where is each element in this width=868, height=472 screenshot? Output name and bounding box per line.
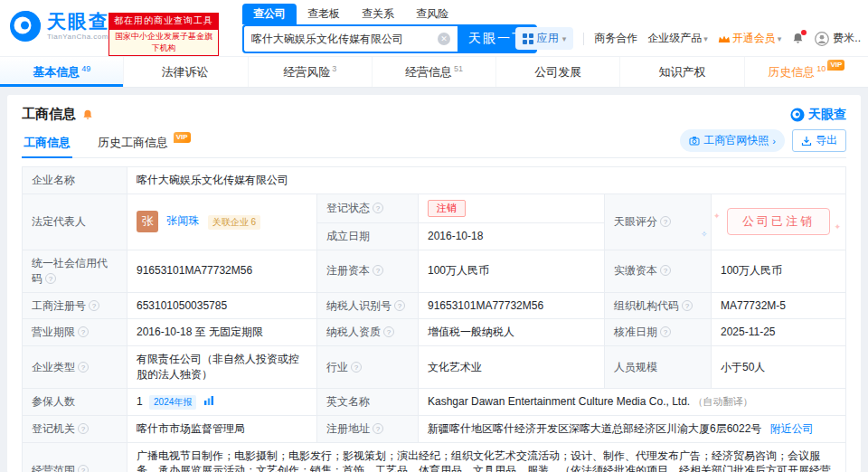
subtab-business-info[interactable]: 工商信息 bbox=[22, 128, 72, 157]
search-tab-relation[interactable]: 查关系 bbox=[351, 4, 405, 24]
apps-button[interactable]: 应用 ▾ bbox=[515, 27, 574, 50]
promo-banner: 都在用的商业查询工具 国家中小企业发展子基金旗下机构 bbox=[108, 13, 219, 56]
sparkle-icon: ✦ bbox=[834, 222, 844, 233]
subtabs-row: 工商信息 历史工商信息 VIP 工商官网快照 › bbox=[22, 128, 846, 158]
info-icon[interactable]: ? bbox=[78, 423, 89, 434]
search-tabs: 查公司 查老板 查关系 查风险 bbox=[242, 5, 537, 24]
crown-icon bbox=[718, 34, 731, 43]
snapshot-label: 工商官网快照 bbox=[703, 133, 769, 148]
tab-label: 公司发展 bbox=[534, 64, 581, 80]
search-tab-boss[interactable]: 查老板 bbox=[297, 4, 351, 24]
tab-label: 历史信息 bbox=[768, 64, 815, 80]
tab-label: 经营风险 bbox=[283, 64, 330, 80]
chevron-down-icon: ▾ bbox=[703, 34, 708, 43]
paid-capital-value: 100万人民币 bbox=[712, 250, 846, 292]
top-header: 天眼查 TianYanCha.com 都在用的商业查询工具 国家中小企业发展子基… bbox=[0, 0, 868, 56]
tab-operation-risk[interactable]: 经营风险3 bbox=[248, 57, 372, 87]
tab-history-info[interactable]: 历史信息10 VIP bbox=[744, 57, 868, 87]
info-icon[interactable]: ? bbox=[660, 326, 671, 337]
logo-subtext: TianYanCha.com bbox=[47, 33, 109, 41]
info-icon[interactable]: ? bbox=[373, 423, 383, 434]
info-icon[interactable]: ? bbox=[660, 265, 671, 276]
subtab-label: 工商信息 bbox=[24, 136, 71, 149]
english-name-label: 英文名称 bbox=[317, 388, 419, 415]
tab-company-development[interactable]: 公司发展 bbox=[495, 57, 619, 87]
info-icon[interactable]: ? bbox=[383, 326, 394, 337]
address-value: 新疆喀什地区喀什经济开发区深喀大道总部经济区川渝大厦6层6022号 附近公司 bbox=[419, 415, 846, 442]
insured-label: 参保人数 bbox=[23, 388, 127, 415]
nearby-companies-link[interactable]: 附近公司 bbox=[770, 422, 814, 435]
search-input[interactable] bbox=[251, 33, 438, 45]
info-icon[interactable]: ? bbox=[78, 362, 89, 373]
tianyancha-logo[interactable]: 天眼查 TianYanCha.com bbox=[9, 10, 109, 42]
legal-rep-avatar: 张 bbox=[137, 211, 158, 232]
user-menu[interactable]: 费米.. bbox=[815, 31, 861, 46]
search-tab-company[interactable]: 查公司 bbox=[242, 4, 297, 24]
legal-rep-name-link[interactable]: 张闻珠 bbox=[166, 215, 199, 228]
subtab-label: 历史工商信息 bbox=[98, 136, 168, 149]
tab-legal-litigation[interactable]: 法律诉讼 bbox=[123, 57, 247, 87]
table-row: 企业类型? 有限责任公司（非自然人投资或控股的法人独资） 行业? 文化艺术业 人… bbox=[23, 346, 846, 389]
official-snapshot-button[interactable]: 工商官网快照 › bbox=[680, 129, 785, 152]
business-term-label: 营业期限? bbox=[23, 319, 127, 346]
search-tab-risk[interactable]: 查风险 bbox=[405, 4, 459, 24]
reg-number-value: 653101050035785 bbox=[127, 292, 317, 319]
trend-chart-icon[interactable] bbox=[203, 395, 214, 406]
clear-search-icon[interactable]: ✕ bbox=[438, 33, 450, 45]
tab-operation-info[interactable]: 经营信息51 bbox=[372, 57, 495, 87]
taxpayer-quality-label: 纳税人资质? bbox=[317, 319, 419, 346]
open-vip-label: 开通会员 bbox=[732, 31, 776, 46]
card-actions: 工商官网快照 › 导出 bbox=[680, 129, 846, 156]
info-icon[interactable]: ? bbox=[351, 362, 362, 373]
tab-basic-info[interactable]: 基本信息49 bbox=[0, 57, 123, 87]
tab-intellectual-property[interactable]: 知识产权 bbox=[619, 57, 743, 87]
table-row: 登记机关? 喀什市市场监督管理局 注册地址? 新疆喀什地区喀什经济开发区深喀大道… bbox=[23, 415, 846, 442]
auto-translate-note: （自动翻译） bbox=[693, 396, 753, 407]
chevron-down-icon: ▾ bbox=[778, 34, 782, 43]
user-avatar-icon bbox=[815, 32, 829, 46]
annual-report-tag[interactable]: 2024年报 bbox=[149, 395, 196, 410]
info-icon[interactable]: ? bbox=[89, 300, 99, 311]
info-icon[interactable]: ? bbox=[78, 326, 89, 337]
staff-size-label: 人员规模 bbox=[605, 346, 712, 389]
menu-open-vip[interactable]: 开通会员 ▾ bbox=[718, 31, 782, 46]
info-icon[interactable]: ? bbox=[373, 203, 383, 213]
tab-label: 知识产权 bbox=[659, 64, 706, 80]
table-row: 企业名称 喀什大碗娱乐文化传媒有限公司 bbox=[23, 167, 846, 194]
tab-label: 基本信息 bbox=[33, 64, 80, 80]
info-icon[interactable]: ? bbox=[660, 216, 671, 227]
menu-business-coop[interactable]: 商务合作 bbox=[594, 31, 637, 46]
table-row: 法定代表人 张 张闻珠 关联企业 6 登记状态? 注销 天眼评分? 公司已注销 … bbox=[23, 194, 846, 222]
promo-line1: 都在用的商业查询工具 bbox=[108, 13, 219, 29]
subscribe-bell-icon[interactable] bbox=[81, 109, 94, 121]
company-name-label: 企业名称 bbox=[23, 167, 127, 194]
tyc-score-value: 公司已注销 ✦ ✦ ✧ bbox=[712, 194, 846, 250]
chevron-right-icon: › bbox=[772, 136, 776, 146]
info-icon[interactable]: ? bbox=[45, 273, 56, 284]
established-label: 成立日期 bbox=[317, 223, 419, 250]
info-icon[interactable]: ? bbox=[78, 465, 89, 472]
main-content: 工商信息 天眼查 工商信息 历史工商信息 VIP bbox=[0, 88, 868, 472]
reg-number-label: 工商注册号? bbox=[23, 292, 127, 319]
logo-text: 天眼查 bbox=[47, 12, 109, 31]
sparkle-icon: ✧ bbox=[701, 229, 711, 241]
info-icon[interactable]: ? bbox=[394, 300, 405, 311]
export-icon bbox=[801, 136, 812, 146]
company-type-value: 有限责任公司（非自然人投资或控股的法人独资） bbox=[127, 346, 317, 389]
menu-enterprise-products[interactable]: 企业级产品 ▾ bbox=[647, 31, 708, 46]
info-icon[interactable]: ? bbox=[373, 265, 383, 276]
tab-count: 49 bbox=[81, 64, 90, 73]
export-button[interactable]: 导出 bbox=[792, 129, 846, 152]
camera-icon bbox=[689, 136, 700, 146]
notification-bell-icon[interactable] bbox=[791, 32, 805, 45]
subtab-history-business-info[interactable]: 历史工商信息 VIP bbox=[96, 128, 193, 157]
address-label: 注册地址? bbox=[317, 415, 419, 442]
reg-capital-value: 100万人民币 bbox=[419, 250, 605, 292]
table-row: 营业期限? 2016-10-18 至 无固定期限 纳税人资质? 增值税一般纳税人… bbox=[23, 319, 846, 346]
approval-date-label: 核准日期? bbox=[605, 319, 712, 346]
company-type-label: 企业类型? bbox=[23, 346, 127, 389]
info-icon[interactable]: ? bbox=[682, 300, 693, 311]
reg-status-value: 注销 bbox=[419, 194, 605, 222]
reg-authority-value: 喀什市市场监督管理局 bbox=[127, 415, 317, 442]
related-companies-badge[interactable]: 关联企业 6 bbox=[208, 215, 260, 230]
